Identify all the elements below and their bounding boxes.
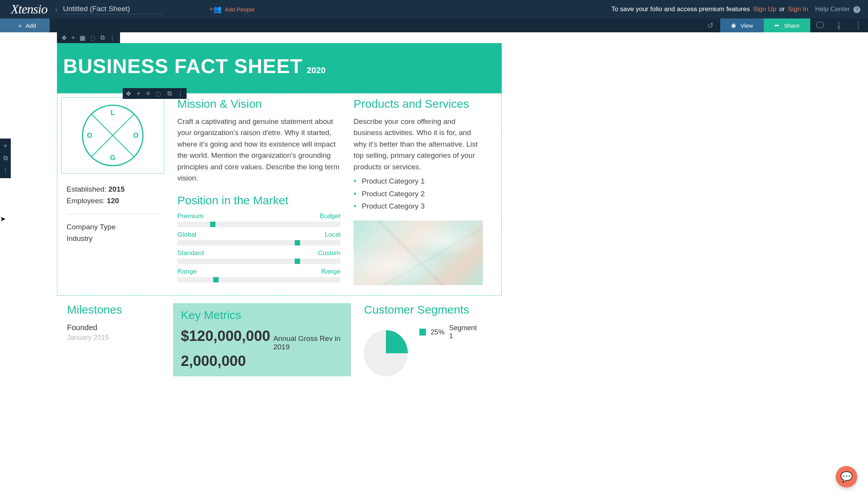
- market-slider[interactable]: StandardCustom: [177, 249, 341, 264]
- employees-label: Employees:: [67, 197, 105, 205]
- block-more-icon[interactable]: ⋮: [109, 34, 115, 42]
- history-icon: ↺: [707, 21, 714, 30]
- section-toolbar: ✥ + ▦ ◌ ⧉ ⋮: [57, 32, 120, 43]
- product-category-item[interactable]: Product Category 1: [354, 175, 483, 187]
- milestone-title[interactable]: Founded: [67, 323, 165, 332]
- segment-pct: 25%: [431, 328, 444, 336]
- products-heading[interactable]: Products and Services: [354, 97, 483, 110]
- lower-section: Milestones Founded January 2015 Key Metr…: [57, 296, 502, 399]
- products-body[interactable]: Describe your core offering and business…: [354, 116, 483, 172]
- share-icon: ➦: [775, 22, 780, 29]
- side-more-icon[interactable]: ⋮: [2, 167, 8, 174]
- document-title-input[interactable]: Untitled (Fact Sheet): [63, 5, 163, 14]
- logo-circle-icon: L O O G: [82, 105, 144, 166]
- metric-value[interactable]: 2,000,000: [181, 353, 246, 369]
- slider-right-label: Custom: [318, 249, 341, 257]
- col-add-icon[interactable]: +: [137, 90, 140, 97]
- key-metrics-heading[interactable]: Key Metrics: [181, 309, 343, 322]
- header-banner[interactable]: BUSINESS FACT SHEET 2020: [57, 43, 502, 93]
- duplicate-icon[interactable]: ⧉: [100, 34, 105, 41]
- slider-track[interactable]: [177, 240, 341, 245]
- grid-icon[interactable]: ▦: [80, 34, 85, 42]
- people-plus-icon: +👥: [209, 5, 222, 13]
- product-category-list[interactable]: Product Category 1Product Category 2Prod…: [354, 175, 483, 212]
- slider-handle[interactable]: [295, 240, 300, 245]
- customer-segments-column: Customer Segments 25% Segment 1: [351, 303, 480, 376]
- kebab-icon: ⋮: [854, 20, 863, 30]
- help-center-link[interactable]: Help Center ?: [815, 5, 860, 13]
- download-button[interactable]: ⭳: [830, 18, 849, 32]
- signup-link[interactable]: Sign Up: [753, 5, 776, 13]
- save-info-text: To save your folio and access premium fe…: [611, 5, 750, 13]
- logo-letter: G: [110, 154, 115, 162]
- product-image[interactable]: [354, 220, 483, 285]
- segments-donut-chart[interactable]: [364, 330, 408, 376]
- employees-value: 120: [107, 197, 119, 205]
- brand-logo[interactable]: Xtensio: [11, 2, 47, 17]
- content-section[interactable]: ✥ + ≡ ◌ ⧉ ⋮ L O O G Established: 2015: [57, 93, 502, 296]
- milestones-heading[interactable]: Milestones: [67, 303, 165, 316]
- company-industry: Industry: [67, 233, 159, 244]
- market-slider[interactable]: GlobalLocal: [177, 231, 341, 245]
- history-button[interactable]: ↺: [701, 18, 720, 32]
- slider-handle[interactable]: [295, 259, 300, 264]
- slider-right-label: Range: [321, 268, 341, 276]
- metric-desc[interactable]: Annual Gross Rev in 2019: [273, 334, 343, 351]
- topbar: Xtensio › Untitled (Fact Sheet) +👥 Add P…: [0, 0, 868, 18]
- sliders-group: PremiumBudgetGlobalLocalStandardCustomRa…: [177, 212, 341, 282]
- breadcrumb-chevron-icon: ›: [55, 5, 58, 14]
- col-duplicate-icon[interactable]: ⧉: [167, 90, 172, 97]
- logo-letter: O: [133, 132, 139, 140]
- slider-track[interactable]: [177, 277, 341, 282]
- help-icon: ?: [853, 6, 860, 13]
- eye-icon: ◉: [731, 22, 736, 29]
- page-year: 2020: [307, 65, 326, 75]
- slider-track[interactable]: [177, 259, 341, 264]
- established-value: 2015: [108, 185, 125, 193]
- add-block-icon[interactable]: +: [71, 34, 75, 41]
- move-icon[interactable]: ✥: [62, 34, 67, 42]
- market-slider[interactable]: PremiumBudget: [177, 212, 341, 227]
- slider-right-label: Budget: [320, 212, 341, 220]
- segment-legend-item[interactable]: 25% Segment 1: [419, 324, 480, 340]
- drop-icon[interactable]: ◌: [90, 34, 95, 42]
- product-category-item[interactable]: Product Category 2: [354, 187, 483, 200]
- slider-track[interactable]: [177, 222, 341, 227]
- add-people-button[interactable]: +👥 Add People: [209, 5, 255, 13]
- position-heading[interactable]: Position in the Market: [177, 194, 341, 207]
- side-add-icon[interactable]: +: [3, 142, 7, 149]
- product-category-item[interactable]: Product Category 3: [354, 200, 483, 212]
- column-toolbar: ✥ + ≡ ◌ ⧉ ⋮: [123, 88, 187, 99]
- view-button[interactable]: ◉ View: [720, 18, 764, 32]
- col-drop-icon[interactable]: ◌: [156, 90, 161, 97]
- company-type: Company Type: [67, 221, 159, 233]
- canvas: ✥ + ▦ ◌ ⧉ ⋮ BUSINESS FACT SHEET 2020 ✥ +…: [0, 32, 868, 399]
- or-text: or: [779, 6, 785, 13]
- view-label: View: [741, 22, 753, 29]
- slider-handle[interactable]: [210, 222, 215, 227]
- milestone-date[interactable]: January 2015: [67, 334, 165, 342]
- more-options-button[interactable]: ⋮: [849, 18, 868, 32]
- plus-icon: +: [18, 22, 22, 29]
- customer-segments-heading[interactable]: Customer Segments: [364, 303, 480, 316]
- company-facts[interactable]: Established: 2015 Employees: 120 Company…: [61, 181, 164, 247]
- mission-body[interactable]: Craft a captivating and genuine statemen…: [177, 116, 341, 184]
- col-move-icon[interactable]: ✥: [126, 90, 131, 97]
- add-button[interactable]: + Add: [0, 18, 50, 32]
- milestones-column: Milestones Founded January 2015: [67, 303, 173, 376]
- share-label: Share: [784, 22, 800, 29]
- device-preview-button[interactable]: 🖵: [810, 18, 830, 32]
- market-slider[interactable]: RangeRange: [177, 268, 341, 282]
- side-duplicate-icon[interactable]: ⧉: [3, 155, 8, 162]
- toolbar: + Add ↺ ◉ View ➦ Share 🖵 ⭳ ⋮: [0, 18, 868, 32]
- slider-handle[interactable]: [213, 277, 219, 282]
- col-more-icon[interactable]: ⋮: [177, 90, 184, 97]
- logo-placeholder[interactable]: L O O G: [61, 97, 164, 174]
- col-align-icon[interactable]: ≡: [146, 90, 150, 97]
- mission-heading[interactable]: Mission & Vision: [177, 97, 341, 110]
- middle-column: Mission & Vision Craft a captivating and…: [177, 97, 341, 285]
- metric-value[interactable]: $120,000,000: [181, 328, 270, 344]
- signin-link[interactable]: Sign In: [788, 5, 808, 13]
- segment-label: Segment 1: [449, 324, 480, 340]
- share-button[interactable]: ➦ Share: [764, 18, 810, 32]
